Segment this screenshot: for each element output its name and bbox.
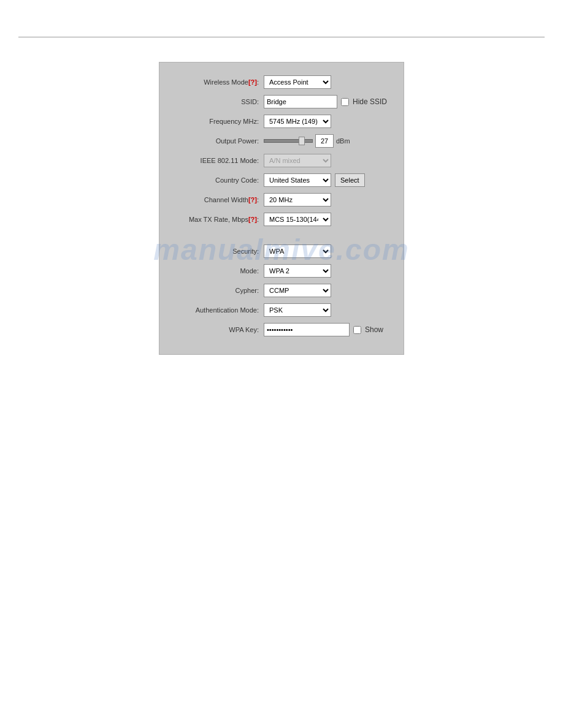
frequency-row: Frequency MHz: 5745 MHz (149) 5765 MHz (… (172, 114, 391, 129)
cypher-select[interactable]: CCMP TKIP TKIP/CCMP (264, 284, 331, 297)
wireless-mode-select[interactable]: Access Point Station Bridge WDS (264, 75, 331, 89)
config-panel: Wireless Mode[?]: Access Point Station B… (159, 62, 404, 355)
wpa-key-row: WPA Key: Show (172, 322, 391, 337)
hide-ssid-label: Hide SSID (353, 97, 387, 106)
ssid-input[interactable] (264, 95, 337, 108)
wireless-mode-controls: Access Point Station Bridge WDS (264, 75, 391, 89)
security-select[interactable]: WPA WEP None (264, 245, 331, 258)
wireless-mode-label: Wireless Mode[?]: (172, 78, 264, 86)
auth-mode-select[interactable]: PSK EAP (264, 303, 331, 317)
mode-label: Mode: (172, 267, 264, 275)
output-power-controls: dBm (264, 134, 391, 148)
max-tx-rate-label: Max TX Rate, Mbps[?]: (172, 216, 264, 223)
dbm-label: dBm (336, 137, 350, 145)
channel-width-controls: 20 MHz 40 MHz (264, 193, 391, 207)
power-value-input[interactable] (315, 134, 334, 148)
power-slider-thumb[interactable] (299, 137, 305, 145)
max-tx-rate-question: [?] (248, 216, 257, 223)
auth-mode-row: Authentication Mode: PSK EAP (172, 303, 391, 317)
max-tx-rate-controls: MCS 15-130(144) MCS 7-65(72) 54 48 36 (264, 213, 391, 226)
output-power-label: Output Power: (172, 137, 264, 145)
country-code-label: Country Code: (172, 176, 264, 184)
country-code-select[interactable]: United States Canada United Kingdom (264, 173, 331, 187)
hide-ssid-checkbox[interactable] (341, 98, 349, 106)
max-tx-rate-row: Max TX Rate, Mbps[?]: MCS 15-130(144) MC… (172, 212, 391, 227)
page-content: Wireless Mode[?]: Access Point Station B… (0, 62, 563, 355)
wpa-show-label: Show (365, 325, 383, 334)
section-spacer (172, 232, 391, 244)
wireless-mode-row: Wireless Mode[?]: Access Point Station B… (172, 75, 391, 89)
wpa-show-checkbox[interactable] (353, 326, 361, 334)
security-row: Security: WPA WEP None (172, 244, 391, 259)
power-slider-track[interactable] (264, 139, 313, 143)
cypher-row: Cypher: CCMP TKIP TKIP/CCMP (172, 283, 391, 298)
wireless-mode-label-text: Wireless Mode (204, 78, 248, 86)
mode-select[interactable]: WPA 2 WPA WPA/WPA2 (264, 264, 331, 278)
security-controls: WPA WEP None (264, 245, 391, 258)
frequency-select[interactable]: 5745 MHz (149) 5765 MHz (153) 5785 MHz (… (264, 115, 331, 128)
country-code-controls: United States Canada United Kingdom Sele… (264, 173, 391, 187)
channel-width-select[interactable]: 20 MHz 40 MHz (264, 193, 331, 207)
security-label: Security: (172, 248, 264, 255)
auth-mode-label: Authentication Mode: (172, 306, 264, 314)
wpa-key-input[interactable] (264, 323, 350, 336)
mode-row: Mode: WPA 2 WPA WPA/WPA2 (172, 264, 391, 278)
ssid-controls: Hide SSID (264, 95, 391, 108)
cypher-label: Cypher: (172, 287, 264, 294)
ssid-label: SSID: (172, 98, 264, 105)
ieee-mode-label: IEEE 802.11 Mode: (172, 157, 264, 164)
mode-controls: WPA 2 WPA WPA/WPA2 (264, 264, 391, 278)
ieee-mode-controls: A/N mixed A only N only (264, 154, 391, 167)
channel-width-question: [?] (248, 196, 257, 203)
wireless-mode-question: [?] (248, 78, 257, 86)
top-divider (18, 37, 545, 37)
cypher-controls: CCMP TKIP TKIP/CCMP (264, 284, 391, 297)
channel-width-row: Channel Width[?]: 20 MHz 40 MHz (172, 192, 391, 207)
ieee-mode-select[interactable]: A/N mixed A only N only (264, 154, 331, 167)
country-code-row: Country Code: United States Canada Unite… (172, 173, 391, 188)
channel-width-label: Channel Width[?]: (172, 196, 264, 203)
max-tx-rate-select[interactable]: MCS 15-130(144) MCS 7-65(72) 54 48 36 (264, 213, 331, 226)
frequency-controls: 5745 MHz (149) 5765 MHz (153) 5785 MHz (… (264, 115, 391, 128)
country-select-button[interactable]: Select (335, 173, 365, 187)
output-power-row: Output Power: dBm (172, 134, 391, 148)
auth-mode-controls: PSK EAP (264, 303, 391, 317)
wpa-key-controls: Show (264, 323, 391, 336)
ssid-row: SSID: Hide SSID (172, 94, 391, 109)
wpa-key-label: WPA Key: (172, 326, 264, 333)
frequency-label: Frequency MHz: (172, 118, 264, 125)
ieee-mode-row: IEEE 802.11 Mode: A/N mixed A only N onl… (172, 153, 391, 168)
